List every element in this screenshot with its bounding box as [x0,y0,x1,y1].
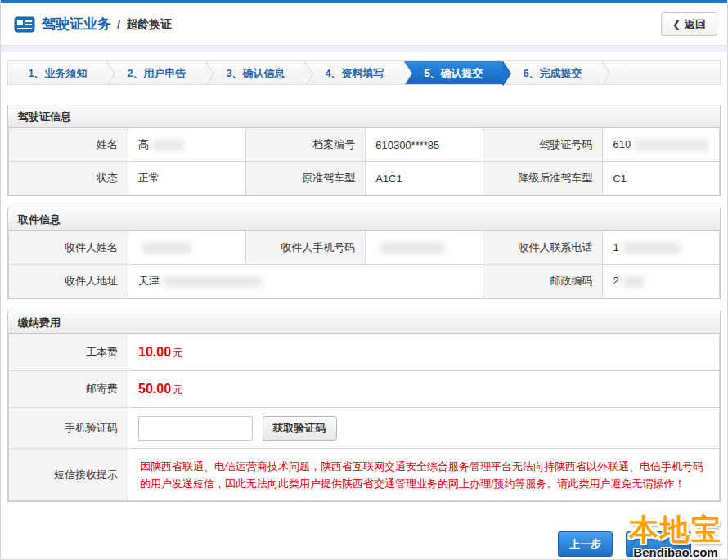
header: 驾驶证业务 / 超龄换证 ❮ 返回 [1,3,727,46]
captcha-cell: 获取验证码 [128,408,719,449]
production-fee-label: 工本费 [9,334,128,371]
status-label: 状态 [9,162,128,195]
license-number-value: 610 [603,128,720,162]
table-row: 状态 正常 原准驾车型 A1C1 降级后准驾车型 C1 [9,162,720,195]
postcode-value: 2 [603,265,720,298]
name-label: 姓名 [9,128,128,162]
recipient-phone-value: 1 [603,231,720,265]
step-6-finish: 6、完成提交 [503,61,602,84]
downgraded-type-value: C1 [603,162,720,195]
step-2-declaration: 2、用户申告 [107,61,206,84]
postage-fee-unit: 元 [173,383,183,396]
step-4-fill-data: 4、资料填写 [305,61,404,84]
production-fee-unit: 元 [173,347,183,359]
redacted-text [142,242,191,254]
footer-actions: 上一步 [7,531,691,557]
name-value: 高 [128,128,245,162]
page-title: 驾驶证业务 [42,15,111,34]
redacted-text [623,276,645,288]
fees-section: 缴纳费用 工本费 10.00元 邮寄费 50.00元 手机验证码 [7,311,721,502]
address-value: 天津 [128,265,483,298]
step-5-confirm-submit: 5、确认提交 [404,61,503,84]
orig-type-label: 原准驾车型 [246,162,366,195]
page-subtitle: 超龄换证 [126,17,172,32]
fees-title: 缴纳费用 [8,311,720,334]
step-wizard: 1、业务须知 2、用户申告 3、确认信息 4、资料填写 5、确认提交 6、完成提… [7,60,721,85]
back-button-label: 返回 [685,17,706,32]
redacted-text [635,139,708,151]
step-3-confirm-info: 3、确认信息 [206,61,305,84]
pickup-info-table: 收件人姓名 收件人手机号码 收件人联系电话 1 收件人地址 天津 邮政编码 2 [8,231,720,298]
redacted-text [623,242,681,254]
license-number-label: 驾驶证号码 [483,128,603,162]
sms-notice-text: 因陕西省联通、电信运营商技术问题，陕西省互联网交通安全综合服务管理平台无法向持陕… [128,449,719,501]
downgraded-type-label: 降级后准驾车型 [483,162,603,195]
production-fee-value: 10.00元 [128,334,719,371]
get-captcha-button[interactable]: 获取验证码 [263,416,337,441]
postage-fee-label: 邮寄费 [9,371,128,408]
chevron-left-icon: ❮ [672,19,681,30]
subheader-band [1,46,727,52]
license-info-section: 驾驶证信息 姓名 高 档案编号 610300****85 驾驶证号码 610 状… [7,105,721,196]
postage-fee-value: 50.00元 [128,371,719,408]
sms-notice-label: 短信接收提示 [9,449,128,501]
address-label: 收件人地址 [9,265,128,298]
fees-table: 工本费 10.00元 邮寄费 50.00元 手机验证码 获取验证码 [8,334,720,501]
page: 驾驶证业务 / 超龄换证 ❮ 返回 1、业务须知 2、用户申告 3、确认信息 4… [0,0,728,560]
production-fee-amount: 10.00 [138,345,171,359]
table-row: 收件人地址 天津 邮政编码 2 [9,265,720,298]
title-separator: / [117,17,120,31]
submit-button[interactable] [626,531,691,557]
recipient-mobile-label: 收件人手机号码 [246,231,366,265]
license-card-icon [14,16,35,33]
step-1-notice: 1、业务须知 [8,61,107,84]
pickup-info-section: 取件信息 收件人姓名 收件人手机号码 收件人联系电话 1 收件人地址 天津 邮政… [7,208,721,299]
postage-fee-amount: 50.00 [138,382,171,396]
redacted-text [380,242,445,254]
recipient-name-label: 收件人姓名 [9,231,128,265]
license-info-title: 驾驶证信息 [8,105,720,128]
license-info-table: 姓名 高 档案编号 610300****85 驾驶证号码 610 状态 正常 原… [8,128,720,195]
captcha-label: 手机验证码 [9,408,128,449]
redacted-text [164,276,262,288]
table-row: 短信接收提示 因陕西省联通、电信运营商技术问题，陕西省互联网交通安全综合服务管理… [9,449,720,501]
recipient-name-value [128,231,245,265]
status-value: 正常 [128,162,245,195]
postcode-label: 邮政编码 [483,265,603,298]
recipient-phone-label: 收件人联系电话 [483,231,603,265]
table-row: 手机验证码 获取验证码 [9,408,720,449]
table-row: 收件人姓名 收件人手机号码 收件人联系电话 1 [9,231,720,265]
recipient-mobile-value [366,231,483,265]
table-row: 工本费 10.00元 [9,334,720,371]
back-button[interactable]: ❮ 返回 [661,12,717,36]
file-number-value: 610300****85 [366,128,483,162]
file-number-label: 档案编号 [246,128,366,162]
content: 驾驶证信息 姓名 高 档案编号 610300****85 驾驶证号码 610 状… [1,105,727,557]
pickup-info-title: 取件信息 [8,208,720,231]
table-row: 姓名 高 档案编号 610300****85 驾驶证号码 610 [9,128,720,162]
prev-step-button[interactable]: 上一步 [558,531,613,557]
table-row: 邮寄费 50.00元 [9,371,720,408]
captcha-input[interactable] [138,416,253,441]
orig-type-value: A1C1 [366,162,483,195]
redacted-text [153,139,184,151]
